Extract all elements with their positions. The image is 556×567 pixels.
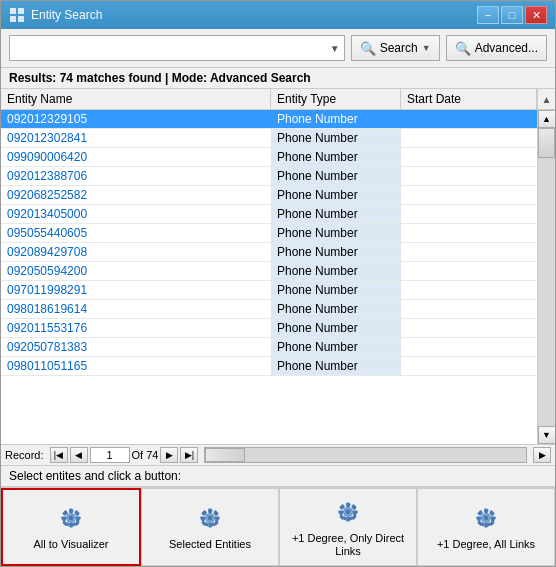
scroll-thumb-area — [538, 128, 555, 426]
cell-start-date — [401, 148, 537, 166]
action-button-label: Selected Entities — [169, 538, 251, 551]
svg-point-27 — [208, 516, 213, 521]
bottom-buttons-wrapper: ← All to Visualizer — [1, 486, 555, 566]
bottom-buttons: All to Visualizer Selected Entities — [1, 486, 555, 566]
search-button[interactable]: 🔍 Search ▼ — [351, 35, 440, 61]
svg-rect-22 — [201, 510, 207, 516]
table-row[interactable]: 092050781383 Phone Number — [1, 338, 537, 357]
cell-entity-type: Phone Number — [271, 167, 401, 185]
first-record-button[interactable]: |◀ — [50, 447, 68, 463]
svg-rect-45 — [491, 517, 496, 520]
search-dropdown-arrow-icon: ▼ — [422, 43, 431, 53]
table-container: Entity Name Entity Type Start Date ▲ 092… — [1, 89, 555, 444]
maximize-button[interactable]: □ — [501, 6, 523, 24]
record-navigation: Record: |◀ ◀ Of 74 ▶ ▶| ▶ — [1, 444, 555, 465]
last-record-button[interactable]: ▶| — [180, 447, 198, 463]
table-row[interactable]: 099090006420 Phone Number — [1, 148, 537, 167]
table-row[interactable]: 095055440605 Phone Number — [1, 224, 537, 243]
col-start-date-header: Start Date — [401, 89, 537, 109]
window-title: Entity Search — [31, 8, 102, 22]
titlebar-controls: − □ ✕ — [477, 6, 547, 24]
cell-entity-name: 098011051165 — [1, 357, 271, 375]
svg-rect-8 — [61, 517, 66, 520]
svg-rect-31 — [346, 517, 349, 522]
action-button-0[interactable]: All to Visualizer — [1, 488, 141, 566]
table-row[interactable]: 092068252582 Phone Number — [1, 186, 537, 205]
svg-rect-46 — [477, 510, 483, 516]
svg-rect-20 — [200, 517, 205, 520]
action-button-1[interactable]: Selected Entities — [141, 488, 279, 566]
results-summary: Results: 74 matches found | Mode: Advanc… — [1, 67, 555, 89]
cell-entity-name: 092012302841 — [1, 129, 271, 147]
cell-entity-type: Phone Number — [271, 110, 401, 128]
cell-start-date — [401, 205, 537, 223]
prev-record-button[interactable]: ◀ — [70, 447, 88, 463]
cell-start-date — [401, 129, 537, 147]
svg-rect-2 — [10, 16, 16, 22]
table-row[interactable]: 092012388706 Phone Number — [1, 167, 537, 186]
titlebar: Entity Search − □ ✕ — [1, 1, 555, 29]
minimize-button[interactable]: − — [477, 6, 499, 24]
table-row[interactable]: 092089429708 Phone Number — [1, 243, 537, 262]
gear-icon — [194, 502, 226, 534]
svg-rect-6 — [69, 509, 72, 514]
advanced-label: Advanced... — [475, 41, 538, 55]
close-button[interactable]: ✕ — [525, 6, 547, 24]
search-mag-icon: 🔍 — [360, 41, 376, 56]
cell-start-date — [401, 357, 537, 375]
cell-entity-type: Phone Number — [271, 338, 401, 356]
cell-entity-name: 098018619614 — [1, 300, 271, 318]
cell-entity-type: Phone Number — [271, 243, 401, 261]
cell-entity-name: 092089429708 — [1, 243, 271, 261]
hscroll-right-button[interactable]: ▶ — [533, 447, 551, 463]
instruction-text: Select entites and click a button: — [1, 465, 555, 486]
table-row[interactable]: 097011998291 Phone Number — [1, 281, 537, 300]
scroll-thumb[interactable] — [538, 128, 555, 158]
cell-entity-name: 092068252582 — [1, 186, 271, 204]
horizontal-scrollbar[interactable] — [204, 447, 527, 463]
table-row[interactable]: 092012302841 Phone Number — [1, 129, 537, 148]
cell-start-date — [401, 186, 537, 204]
table-row[interactable]: 092050594200 Phone Number — [1, 262, 537, 281]
scroll-up-button[interactable]: ▲ — [538, 110, 556, 128]
cell-entity-type: Phone Number — [271, 300, 401, 318]
gear-icon — [332, 496, 364, 528]
advanced-button[interactable]: 🔍 Advanced... — [446, 35, 547, 61]
cell-entity-name: 092013405000 — [1, 205, 271, 223]
cell-entity-type: Phone Number — [271, 224, 401, 242]
table-row[interactable]: 098011051165 Phone Number — [1, 357, 537, 376]
record-number-input[interactable] — [90, 447, 130, 463]
svg-rect-34 — [339, 504, 345, 510]
col-entity-name-header: Entity Name — [1, 89, 271, 109]
entity-search-window: Entity Search − □ ✕ ▼ 🔍 Search ▼ 🔍 Advan… — [0, 0, 556, 567]
svg-rect-3 — [18, 16, 24, 22]
svg-point-51 — [484, 516, 489, 521]
cell-entity-type: Phone Number — [271, 281, 401, 299]
record-of-label: Of 74 — [132, 449, 159, 461]
table-row[interactable]: 092012329105 Phone Number — [1, 110, 537, 129]
svg-rect-43 — [484, 523, 487, 528]
table-row[interactable]: 098018619614 Phone Number — [1, 300, 537, 319]
search-combo[interactable]: ▼ — [9, 35, 345, 61]
record-label: Record: — [5, 449, 44, 461]
cell-entity-name: 092012388706 — [1, 167, 271, 185]
hscroll-thumb[interactable] — [205, 448, 245, 462]
svg-rect-10 — [62, 510, 68, 516]
titlebar-left: Entity Search — [9, 7, 102, 23]
table-row[interactable]: 092013405000 Phone Number — [1, 205, 537, 224]
combo-arrow-icon: ▼ — [330, 43, 340, 54]
svg-point-39 — [346, 509, 351, 514]
cell-start-date — [401, 300, 537, 318]
svg-rect-21 — [215, 517, 220, 520]
svg-rect-19 — [208, 523, 211, 528]
search-label: Search — [380, 41, 418, 55]
vertical-scrollbar[interactable]: ▲ ▼ — [537, 110, 555, 444]
cell-entity-type: Phone Number — [271, 129, 401, 147]
advanced-mag-icon: 🔍 — [455, 41, 471, 56]
scroll-down-button[interactable]: ▼ — [538, 426, 556, 444]
table-row[interactable]: 092011553176 Phone Number — [1, 319, 537, 338]
next-record-button[interactable]: ▶ — [160, 447, 178, 463]
action-button-2[interactable]: +1 Degree, Only Direct Links — [279, 488, 417, 566]
action-button-3[interactable]: +1 Degree, All Links — [417, 488, 555, 566]
cell-entity-name: 092011553176 — [1, 319, 271, 337]
